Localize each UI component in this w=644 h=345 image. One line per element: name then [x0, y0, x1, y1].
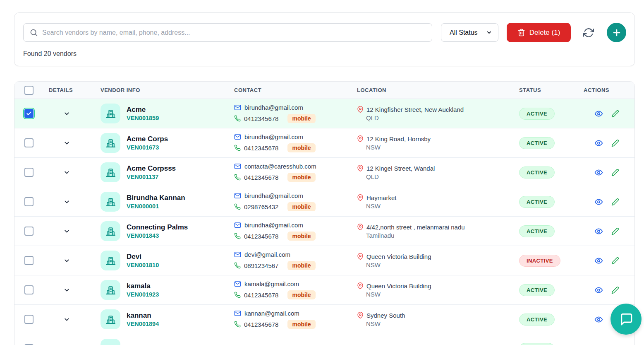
map-pin-icon	[357, 253, 364, 260]
status-filter-value: All Status	[450, 29, 478, 36]
eye-icon	[594, 286, 603, 294]
column-header-status: STATUS	[519, 87, 584, 93]
vendor-email: contacta@caresshub.com	[244, 163, 316, 170]
vendor-phone: 0891234567	[244, 262, 278, 269]
map-pin-icon	[357, 194, 364, 201]
column-header-location: LOCATION	[357, 87, 519, 93]
select-all-checkbox[interactable]	[24, 86, 34, 95]
eye-icon	[594, 109, 603, 118]
pencil-icon	[611, 169, 619, 176]
eye-icon	[594, 227, 603, 236]
edit-vendor-button[interactable]	[611, 139, 619, 147]
vendor-avatar	[101, 339, 120, 345]
add-vendor-button[interactable]	[607, 23, 626, 42]
search-input[interactable]	[42, 29, 426, 36]
found-count-text: Found 20 vendors	[23, 50, 77, 58]
row-checkbox[interactable]	[24, 197, 34, 206]
view-vendor-button[interactable]	[594, 315, 603, 324]
building-icon	[105, 109, 116, 119]
row-checkbox[interactable]	[24, 138, 34, 147]
vendor-id: VEN001894	[127, 320, 159, 328]
edit-vendor-button[interactable]	[611, 169, 619, 176]
vendor-phone: 0412345678	[244, 292, 278, 299]
status-badge: ACTIVE	[519, 314, 555, 326]
view-vendor-button[interactable]	[594, 286, 603, 294]
edit-vendor-button[interactable]	[611, 110, 619, 118]
row-checkbox[interactable]	[24, 109, 34, 118]
expand-row-button[interactable]	[63, 316, 70, 323]
expand-row-button[interactable]	[63, 228, 70, 235]
table-row: Acme VEN001859 birundha@gmail.com 041234…	[14, 99, 634, 128]
table-row: Monika monika@gmail.com Sydney South A	[14, 334, 634, 345]
edit-vendor-button[interactable]	[611, 257, 619, 265]
row-checkbox[interactable]	[24, 227, 34, 236]
edit-vendor-button[interactable]	[611, 286, 619, 294]
vendor-email: kamala@gmail.com	[244, 280, 299, 287]
trash-icon	[517, 29, 525, 36]
column-header-vendor-info: VENDOR INFO	[101, 87, 234, 93]
vendor-address: Sydney South	[366, 312, 405, 319]
vendor-name: kannan	[127, 311, 159, 320]
vendor-avatar	[101, 221, 120, 241]
chat-button[interactable]	[610, 304, 642, 335]
table-row: kamala VEN001923 kamala@gmail.com 041234…	[14, 275, 634, 305]
status-badge: ACTIVE	[519, 225, 555, 237]
view-vendor-button[interactable]	[594, 227, 603, 236]
column-header-details: DETAILS	[46, 87, 101, 93]
phone-type-badge: mobile	[287, 173, 315, 182]
view-vendor-button[interactable]	[594, 168, 603, 177]
status-badge: ACTIVE	[519, 343, 555, 345]
phone-icon	[234, 203, 241, 210]
chevron-down-icon	[63, 140, 70, 147]
delete-button-label: Delete (1)	[529, 29, 560, 37]
phone-type-badge: mobile	[287, 202, 315, 211]
phone-icon	[234, 115, 241, 122]
pencil-icon	[611, 227, 619, 235]
expand-row-button[interactable]	[63, 257, 70, 264]
building-icon	[105, 285, 116, 295]
phone-type-badge: mobile	[287, 232, 315, 241]
vendor-address: 12 Kingel Street, Wandal	[366, 165, 435, 172]
row-checkbox[interactable]	[24, 285, 34, 294]
email-icon	[234, 310, 241, 317]
location-region: NSW	[366, 261, 519, 268]
pencil-icon	[611, 286, 619, 294]
view-vendor-button[interactable]	[594, 109, 603, 118]
edit-vendor-button[interactable]	[611, 227, 619, 235]
expand-row-button[interactable]	[63, 110, 70, 117]
building-icon	[105, 344, 116, 345]
view-vendor-button[interactable]	[594, 256, 603, 265]
row-checkbox[interactable]	[24, 315, 34, 324]
row-checkbox[interactable]	[24, 168, 34, 177]
email-icon	[234, 251, 241, 258]
phone-type-badge: mobile	[287, 143, 315, 152]
refresh-icon	[583, 27, 594, 38]
phone-icon	[234, 145, 241, 151]
table-body: Acme VEN001859 birundha@gmail.com 041234…	[14, 99, 634, 345]
phone-type-badge: mobile	[287, 114, 315, 123]
row-checkbox[interactable]	[24, 256, 34, 265]
expand-row-button[interactable]	[63, 169, 70, 176]
expand-row-button[interactable]	[63, 198, 70, 205]
vendor-email: birundha@gmail.com	[244, 133, 303, 140]
view-vendor-button[interactable]	[594, 139, 603, 147]
expand-row-button[interactable]	[63, 140, 70, 147]
building-icon	[105, 197, 116, 207]
building-icon	[105, 226, 116, 236]
vendor-phone: 0412345678	[244, 233, 278, 240]
refresh-button[interactable]	[580, 27, 597, 39]
chevron-down-icon	[63, 110, 70, 117]
status-filter-select[interactable]: All Status	[441, 23, 498, 42]
edit-vendor-button[interactable]	[611, 198, 619, 206]
chevron-down-icon	[63, 198, 70, 205]
email-icon	[234, 163, 241, 170]
view-vendor-button[interactable]	[594, 198, 603, 206]
search-icon	[29, 28, 38, 37]
delete-button[interactable]: Delete (1)	[507, 23, 571, 42]
table-header-row: DETAILS VENDOR INFO CONTACT LOCATION STA…	[14, 82, 634, 99]
expand-row-button[interactable]	[63, 287, 70, 294]
email-icon	[234, 104, 241, 111]
map-pin-icon	[357, 312, 364, 318]
map-pin-icon	[357, 106, 364, 113]
location-region: NSW	[366, 320, 519, 327]
